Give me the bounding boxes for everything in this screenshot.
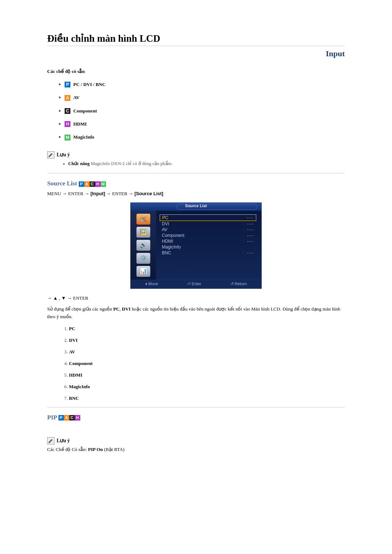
osd-screenshot: Source List 🛠️ 🖼️ 🔊 ⚙️ 📊 PC----DVI:----A… (47, 202, 345, 289)
para-bold: DVI (122, 306, 131, 312)
menu-path: MENU → ENTER → [Input] → ENTER → [Source… (47, 191, 345, 197)
badges-row: PACHM (79, 180, 106, 187)
osd-row-value: :---- (243, 227, 254, 232)
source-list-item-label: BNC (69, 395, 79, 401)
osd-panel: Source List 🛠️ 🖼️ 🔊 ⚙️ 📊 PC----DVI:----A… (130, 202, 262, 289)
mode-label: HDMI (73, 121, 87, 127)
note-header: Lưu ý (47, 437, 345, 444)
pip-heading: PIP PACH (47, 414, 345, 421)
pip-note-text: (Bật RTA) (103, 447, 124, 452)
pencil-note-icon (47, 151, 54, 159)
page-title: Điều chỉnh màn hình LCD (47, 33, 345, 44)
badges-row: PACH (58, 414, 80, 421)
source-list-item-label: MagicInfo (69, 384, 90, 389)
note-label: Lưu ý (57, 152, 70, 157)
osd-row: Component:---- (160, 233, 256, 238)
menu-path-text: MENU → ENTER → (47, 191, 90, 196)
source-list-item: MagicInfo (69, 384, 345, 390)
pencil-note-icon (47, 437, 54, 444)
mode-item-av: A AV (65, 94, 345, 100)
osd-row-label: DVI (162, 221, 169, 226)
osd-side-multi-icon: 📊 (136, 266, 150, 277)
menu-path-osd: [Input] (90, 191, 105, 196)
badge-c-icon: C (90, 181, 95, 187)
mode-label: Component (73, 108, 97, 114)
source-list-item: DVI (69, 337, 345, 343)
osd-side-sound-icon: 🔊 (136, 240, 150, 251)
badge-h-icon: H (95, 181, 101, 187)
osd-sidebar: 🛠️ 🖼️ 🔊 ⚙️ 📊 (131, 211, 156, 280)
pip-note: Các Chế độ Có sẵn: PIP On (Bật RTA) (47, 447, 345, 452)
mode-label: PC / DVI / BNC (73, 82, 106, 87)
osd-row-label: PC (162, 215, 168, 220)
osd-footer: ♦ Move ⏎ Enter ↺ Return (131, 280, 261, 288)
para-text: Sử dụng để chọn giữa các nguồn (47, 306, 113, 312)
osd-row-value: :---- (243, 250, 254, 255)
pip-note-bold: PIP On (88, 447, 103, 452)
divider (47, 46, 345, 46)
para-bold: PC (113, 306, 119, 312)
note-bold: Chức năng (68, 161, 90, 166)
menu-path-text: → ENTER → (105, 191, 135, 196)
modes-title: Các chế độ có sẵn (47, 69, 345, 74)
osd-row: HDMI:---- (160, 238, 256, 244)
source-list-description: Sử dụng để chọn giữa các nguồn PC, DVI h… (47, 305, 345, 321)
osd-row-value: :---- (243, 239, 254, 244)
osd-row-value: :---- (243, 221, 254, 226)
badge-a-icon: A (64, 415, 69, 420)
source-numbered-list: PCDVIAVComponentHDMIMagicInfoBNC (47, 326, 345, 401)
note-text: MagicInfo DXN-2 chỉ có ở dòng sản phẩm. (90, 161, 172, 166)
osd-side-setup-icon: ⚙️ (136, 253, 150, 264)
osd-row-label: Component (162, 233, 184, 238)
source-list-item-label: HDMI (69, 372, 82, 378)
pip-title: PIP (47, 414, 57, 421)
badge-c-icon: C (69, 415, 75, 420)
mode-item-pc: P PC / DVI / BNC (65, 81, 345, 87)
pip-note-text: Các Chế độ Có sẵn: (47, 447, 88, 452)
osd-row-label: MagicInfo (162, 245, 181, 250)
osd-footer-return: ↺ Return (230, 282, 247, 286)
source-list-item: Component (69, 361, 345, 366)
osd-row-label: BNC (162, 250, 171, 255)
source-list-item-label: PC (69, 326, 75, 331)
source-list-title: Source List (47, 180, 77, 187)
badge-a-icon: A (65, 95, 70, 101)
badge-p-icon: P (79, 181, 84, 187)
osd-footer-move: ♦ Move (145, 282, 158, 286)
osd-row-value: :---- (243, 233, 254, 238)
osd-title: Source List (185, 204, 207, 208)
badge-a-icon: A (84, 181, 90, 187)
divider (47, 173, 345, 173)
mode-item-component: C Component (65, 107, 345, 114)
divider (47, 407, 345, 407)
osd-side-tools-icon: 🛠️ (136, 214, 150, 225)
badge-m-icon: M (101, 181, 106, 187)
osd-row: MagicInfo (160, 244, 256, 250)
osd-titlebar: Source List (131, 203, 261, 211)
nav-instruction: → ▲ , ▼ → ENTER (47, 295, 345, 301)
note-label: Lưu ý (57, 438, 70, 443)
source-list-item: PC (69, 326, 345, 332)
osd-row: PC---- (160, 214, 256, 221)
note-bullets: Chức năng MagicInfo DXN-2 chỉ có ở dòng … (47, 161, 345, 167)
source-list-item-label: Component (69, 361, 93, 366)
badge-p-icon: P (58, 415, 64, 420)
mode-item-hdmi: H HDMI (65, 120, 345, 127)
note-header: Lưu ý (47, 151, 345, 159)
badge-c-icon: C (65, 108, 70, 114)
osd-row-value: ---- (246, 215, 254, 220)
mode-label: MagicInfo (73, 135, 94, 140)
badge-m-icon: M (65, 135, 70, 140)
mode-label: AV (73, 95, 79, 100)
note-item: Chức năng MagicInfo DXN-2 chỉ có ở dòng … (68, 161, 345, 167)
osd-footer-enter: ⏎ Enter (187, 282, 201, 286)
osd-row: AV:---- (160, 227, 256, 233)
osd-row-label: HDMI (162, 239, 173, 244)
menu-path-osd: [Source List] (134, 191, 163, 196)
source-list-item-label: DVI (69, 337, 78, 343)
badge-h-icon: H (75, 415, 80, 420)
input-heading: Input (47, 49, 345, 58)
source-list-item-label: AV (69, 349, 75, 354)
source-list-item: BNC (69, 395, 345, 401)
osd-row-label: AV (162, 227, 167, 232)
